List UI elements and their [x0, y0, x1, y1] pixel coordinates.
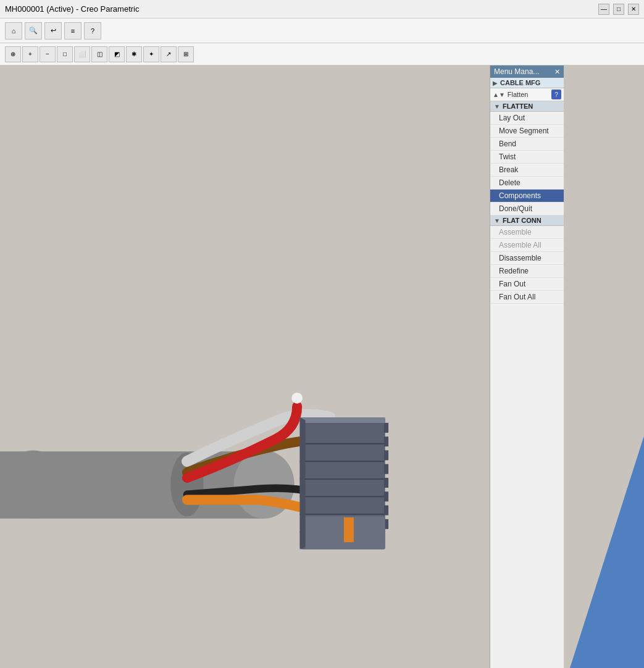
mm-question-icon[interactable]: ? [551, 90, 561, 99]
zoom-out-icon[interactable]: − [40, 46, 56, 62]
flat-conn-label: FLAT CONN [503, 217, 542, 224]
mm-item-move-segment[interactable]: Move Segment [490, 125, 564, 138]
svg-rect-13 [384, 506, 388, 516]
mm-item-break[interactable]: Break [490, 164, 564, 177]
refit-icon[interactable]: ⬜ [74, 46, 90, 62]
window-controls: — □ ✕ [598, 4, 639, 15]
flat-conn-section-header[interactable]: ▼ FLAT CONN [490, 215, 564, 226]
zoom-fit-icon[interactable]: ⊕ [5, 46, 21, 62]
cable-mfg-button[interactable]: ▶ CABLE MFG [490, 78, 564, 88]
window-title: MH000001 (Active) - Creo Parametric [5, 4, 139, 14]
flat-conn-collapse-icon: ▼ [494, 217, 500, 224]
close-button[interactable]: ✕ [628, 4, 639, 15]
view-toolbar: ⊕ + − □ ⬜ ◫ ◩ ✱ ✦ ↗ ⊞ [0, 43, 644, 65]
title-bar: MH000001 (Active) - Creo Parametric — □ … [0, 0, 644, 19]
cable-mfg-label: CABLE MFG [500, 79, 540, 86]
pan-icon[interactable]: ✦ [143, 46, 159, 62]
orient-icon[interactable]: ◩ [109, 46, 125, 62]
mm-item-bend[interactable]: Bend [490, 138, 564, 151]
svg-rect-10 [384, 464, 388, 474]
svg-point-5 [291, 393, 303, 404]
toolbar-btn-4[interactable]: ≡ [64, 22, 82, 40]
minimize-button[interactable]: — [598, 4, 609, 15]
mm-close-icon[interactable]: ✕ [554, 68, 560, 76]
menu-manager-titlebar: Menu Mana... ✕ [490, 65, 564, 78]
mm-item-redefine[interactable]: Redefine [490, 265, 564, 278]
toolbar-btn-3[interactable]: ↩ [44, 22, 62, 40]
mm-item-disassemble[interactable]: Disassemble [490, 252, 564, 265]
3d-viewport[interactable] [0, 65, 490, 668]
flatten-collapse-icon: ▼ [494, 103, 500, 110]
flatten-label: FLATTEN [503, 102, 533, 110]
mm-item-delete[interactable]: Delete [490, 177, 564, 190]
flatten-section-header[interactable]: ▼ FLATTEN [490, 101, 564, 112]
arrow-icon[interactable]: ↗ [161, 46, 177, 62]
menu-manager-title: Menu Mana... [494, 67, 539, 76]
menu-manager-panel: Menu Mana... ✕ ▶ CABLE MFG ▲▼ Flatten ? … [490, 65, 564, 668]
svg-rect-8 [384, 436, 388, 446]
mm-item-components[interactable]: Components [490, 190, 564, 202]
svg-rect-9 [384, 450, 388, 460]
mm-item-done-quit[interactable]: Done/Quit [490, 202, 564, 215]
mm-item-twist[interactable]: Twist [490, 151, 564, 164]
capture-icon[interactable]: ◫ [91, 46, 107, 62]
svg-rect-0 [0, 98, 490, 635]
maximize-button[interactable]: □ [613, 4, 624, 15]
select-icon[interactable]: ⊞ [178, 46, 194, 62]
mm-flatten-dropdown[interactable]: Flatten [508, 91, 549, 98]
svg-rect-12 [384, 491, 388, 501]
toolbar-btn-2[interactable]: 🔍 [25, 22, 42, 40]
zoom-in-icon[interactable]: + [22, 46, 38, 62]
spin-icon[interactable]: ✱ [126, 46, 142, 62]
toolbar-btn-5[interactable]: ? [84, 22, 101, 40]
main-toolbar: ⌂ 🔍 ↩ ≡ ? [0, 19, 644, 43]
mm-item-assemble: Assemble [490, 226, 564, 239]
mm-item-assemble-all: Assemble All [490, 239, 564, 252]
svg-rect-22 [344, 517, 354, 542]
mm-item-fan-out-all[interactable]: Fan Out All [490, 291, 564, 304]
view-box-icon[interactable]: □ [57, 46, 73, 62]
svg-rect-11 [384, 478, 388, 488]
mm-item-layout[interactable]: Lay Out [490, 112, 564, 125]
mm-toolbar-row: ▲▼ Flatten ? [490, 88, 564, 101]
mm-item-fan-out[interactable]: Fan Out [490, 278, 564, 291]
main-layout: Menu Mana... ✕ ▶ CABLE MFG ▲▼ Flatten ? … [0, 65, 644, 668]
svg-rect-7 [384, 423, 388, 433]
toolbar-btn-1[interactable]: ⌂ [5, 22, 22, 40]
scene-svg [0, 65, 490, 668]
far-right-panel [564, 65, 644, 668]
